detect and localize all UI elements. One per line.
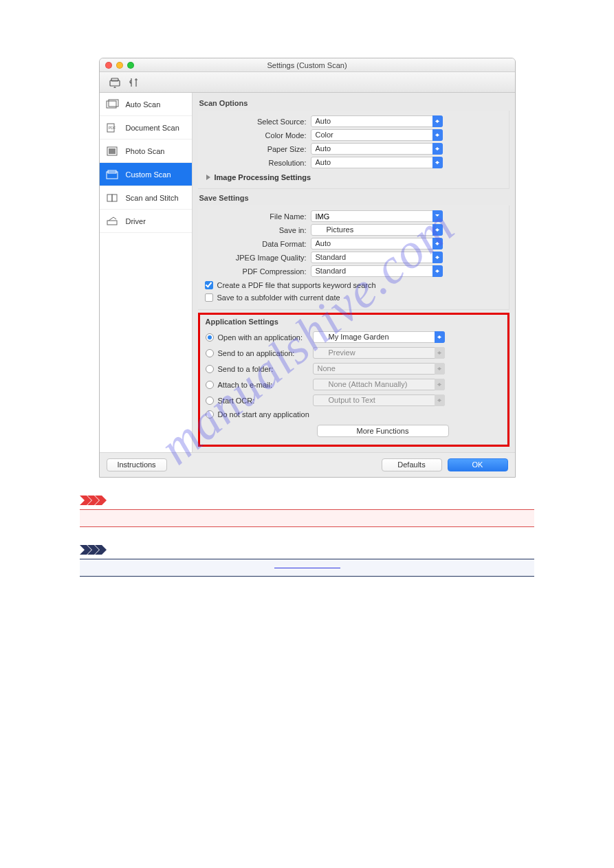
ok-button[interactable]: OK <box>448 458 508 471</box>
chevron-updown-icon <box>432 143 443 155</box>
chevron-updown-icon <box>432 224 443 236</box>
radio-icon <box>206 410 214 419</box>
svg-rect-1 <box>111 78 118 81</box>
chevron-updown-icon <box>432 265 443 277</box>
sidebar-item-label: Document Scan <box>126 124 179 132</box>
note-chevrons-icon <box>80 545 107 556</box>
svg-rect-12 <box>107 221 117 225</box>
open-with-app-label: Open with an application: <box>218 333 303 342</box>
sidebar-item-label: Photo Scan <box>126 147 165 155</box>
chevron-updown-icon <box>435 331 445 343</box>
resolution-combo[interactable]: Auto <box>311 157 443 168</box>
sidebar-item-label: Scan and Stitch <box>126 194 179 202</box>
open-with-app-combo[interactable]: My Image Garden <box>313 331 445 343</box>
sidebar-item-custom-scan[interactable]: Custom Scan <box>100 163 192 186</box>
attach-email-radio[interactable]: Attach to e-mail: <box>204 381 313 389</box>
jpeg-quality-combo[interactable]: Standard <box>311 252 443 263</box>
sidebar-item-document-scan[interactable]: PDF Document Scan <box>100 116 192 140</box>
send-to-folder-radio[interactable]: Send to a folder: <box>204 365 313 373</box>
svg-rect-7 <box>109 148 116 154</box>
do-not-start-radio[interactable]: Do not start any application <box>204 410 309 419</box>
application-settings-highlight: Application Settings Open with an applic… <box>198 313 509 447</box>
photo-scan-icon <box>105 145 120 157</box>
paper-size-combo[interactable]: Auto <box>311 143 443 155</box>
chevron-updown-icon <box>435 347 445 359</box>
chevron-updown-icon <box>432 252 443 263</box>
auto-scan-icon <box>105 98 120 111</box>
data-format-label: Data Format: <box>202 240 311 248</box>
send-to-app-combo: Preview <box>313 347 445 359</box>
svg-rect-10 <box>107 194 112 201</box>
sidebar-item-label: Auto Scan <box>126 100 161 109</box>
image-processing-label: Image Processing Settings <box>215 173 311 181</box>
settings-window: Settings (Custom Scan) Auto Scan PDF Doc… <box>99 58 516 478</box>
chevron-updown-icon <box>432 238 443 249</box>
custom-scan-icon <box>105 168 120 181</box>
subfolder-checkbox-row[interactable]: Save to a subfolder with current date <box>202 291 505 304</box>
start-ocr-combo: Output to Text <box>313 394 445 406</box>
jpeg-quality-label: JPEG Image Quality: <box>202 254 311 262</box>
document-scan-icon: PDF <box>105 122 120 134</box>
radio-icon <box>206 349 214 357</box>
save-settings-panel: File Name: Save in: Pictures Data Format… <box>198 205 509 310</box>
defaults-button[interactable]: Defaults <box>382 458 442 471</box>
instructions-button[interactable]: Instructions <box>107 458 167 471</box>
note-link[interactable] <box>274 568 340 568</box>
color-mode-combo[interactable]: Color <box>311 129 443 141</box>
important-callout <box>80 496 534 527</box>
send-to-app-label: Send to an application: <box>218 349 295 357</box>
sidebar-item-driver[interactable]: Driver <box>100 210 192 233</box>
important-chevrons-icon <box>80 496 107 507</box>
radio-icon <box>206 365 214 373</box>
scanner-icon[interactable] <box>109 77 122 88</box>
more-functions-button[interactable]: More Functions <box>317 425 449 437</box>
checkbox-icon <box>205 293 213 302</box>
svg-rect-11 <box>112 194 117 201</box>
send-to-folder-label: Send to a folder: <box>218 365 274 373</box>
tools-icon[interactable] <box>129 77 140 88</box>
keyword-pdf-checkbox-row[interactable]: Create a PDF file that supports keyword … <box>202 279 505 291</box>
window-title: Settings (Custom Scan) <box>100 61 515 69</box>
resolution-label: Resolution: <box>202 159 311 167</box>
select-source-label: Select Source: <box>202 118 311 126</box>
chevron-updown-icon <box>435 394 445 406</box>
start-ocr-label: Start OCR: <box>218 397 255 405</box>
data-format-combo[interactable]: Auto <box>311 238 443 249</box>
save-in-label: Save in: <box>202 226 311 234</box>
scan-options-panel: Select Source: Auto Color Mode: Color Pa… <box>198 111 509 189</box>
sidebar-item-auto-scan[interactable]: Auto Scan <box>100 93 192 116</box>
chevron-down-icon <box>432 210 443 222</box>
chevron-updown-icon <box>435 379 445 390</box>
pdf-compression-combo[interactable]: Standard <box>311 265 443 277</box>
radio-icon <box>206 397 214 405</box>
send-to-folder-combo: None <box>313 363 445 375</box>
attach-email-combo: None (Attach Manually) <box>313 379 445 390</box>
dialog-footer: Instructions Defaults OK <box>100 452 515 477</box>
sidebar-item-label: Driver <box>126 217 146 225</box>
pdf-compression-label: PDF Compression: <box>202 267 311 276</box>
save-in-combo[interactable]: Pictures <box>311 224 443 236</box>
select-source-combo[interactable]: Auto <box>311 115 443 127</box>
keyword-pdf-label: Create a PDF file that supports keyword … <box>217 281 376 289</box>
sidebar-item-scan-stitch[interactable]: Scan and Stitch <box>100 186 192 210</box>
open-with-app-radio[interactable]: Open with an application: <box>204 333 313 342</box>
sidebar-item-photo-scan[interactable]: Photo Scan <box>100 140 192 163</box>
do-not-start-label: Do not start any application <box>218 410 309 419</box>
chevron-updown-icon <box>432 129 443 141</box>
file-name-field[interactable] <box>311 210 443 222</box>
chevron-updown-icon <box>432 115 443 127</box>
scan-options-title: Scan Options <box>198 97 509 111</box>
image-processing-disclosure[interactable]: Image Processing Settings <box>202 170 505 183</box>
paper-size-label: Paper Size: <box>202 145 311 153</box>
send-to-app-radio[interactable]: Send to an application: <box>204 349 313 357</box>
toolbar <box>100 72 515 93</box>
color-mode-label: Color Mode: <box>202 131 311 140</box>
chevron-updown-icon <box>435 363 445 375</box>
sidebar-item-label: Custom Scan <box>126 170 171 179</box>
triangle-right-icon <box>206 175 210 180</box>
note-callout <box>80 545 534 577</box>
scan-stitch-icon <box>105 192 120 204</box>
start-ocr-radio[interactable]: Start OCR: <box>204 397 313 405</box>
chevron-updown-icon <box>432 157 443 168</box>
checkbox-checked-icon <box>205 281 213 289</box>
